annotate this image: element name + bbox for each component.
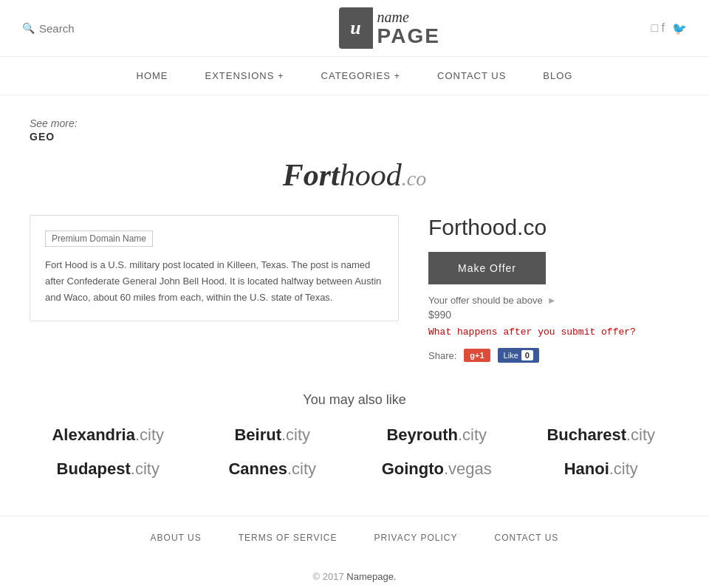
nav-home[interactable]: HOME <box>137 70 168 81</box>
see-more-section: See more: GEO <box>30 117 679 143</box>
list-item[interactable]: Beyrouth.city <box>358 425 516 445</box>
premium-badge: Premium Domain Name <box>45 230 153 247</box>
copyright-text: © 2017 <box>313 571 344 582</box>
footer-brand-link[interactable]: Namepage. <box>346 571 396 582</box>
logo-name: name <box>377 9 440 25</box>
nav-blog[interactable]: BLOG <box>543 70 572 81</box>
footer-terms[interactable]: TERMS OF SERVICE <box>239 533 338 543</box>
fb-like-label: Like <box>504 351 518 360</box>
social-links: □ f 🐦 <box>651 21 687 35</box>
arrow-icon: ► <box>547 295 557 306</box>
offer-amount: $990 <box>428 309 679 321</box>
domain-name: Cannes <box>228 459 287 478</box>
footer-contact[interactable]: CONTACT US <box>494 533 558 543</box>
domain-hood: hood <box>340 158 402 192</box>
left-panel: Premium Domain Name Fort Hood is a U.S. … <box>30 215 399 321</box>
make-offer-button[interactable]: Make Offer <box>428 252 546 284</box>
offer-link[interactable]: What happens after you submit offer? <box>428 327 679 338</box>
header: 🔍 u name PAGE □ f 🐦 <box>0 0 709 57</box>
logo-text: name PAGE <box>373 9 440 48</box>
domain-name: Bucharest <box>547 425 626 444</box>
list-item[interactable]: Goingto.vegas <box>358 459 516 479</box>
premium-box: Premium Domain Name Fort Hood is a U.S. … <box>30 215 399 321</box>
share-row: Share: g+1 Like 0 <box>428 348 679 363</box>
domain-tld: .city <box>458 425 487 444</box>
domain-fort: Fort <box>283 158 340 192</box>
domain-brand: Forthood.co <box>30 157 679 193</box>
domain-tld: .city <box>131 459 160 478</box>
domain-tld: .city <box>287 459 316 478</box>
fb-count: 0 <box>521 350 533 360</box>
premium-description: Fort Hood is a U.S. military post locate… <box>45 257 383 306</box>
domain-tld: .city <box>626 425 655 444</box>
also-like-section: You may also like Alexandria.city Beirut… <box>30 392 679 479</box>
domain-name: Alexandria <box>52 425 135 444</box>
search-area: 🔍 <box>22 22 128 35</box>
offer-hint: Your offer should be above ► <box>428 295 679 306</box>
domain-title: Forthood.co <box>428 215 679 240</box>
domain-tld: .co <box>402 167 426 190</box>
geo-link[interactable]: GEO <box>30 131 679 143</box>
facebook-icon[interactable]: □ f <box>651 21 665 35</box>
domain-name: Beirut <box>234 425 281 444</box>
list-item[interactable]: Bucharest.city <box>523 425 680 445</box>
nav-contact[interactable]: CONTACT US <box>437 70 506 81</box>
main-content: See more: GEO Forthood.co Premium Domain… <box>0 95 709 516</box>
list-item[interactable]: Beirut.city <box>194 425 352 445</box>
domain-tld: .city <box>135 425 164 444</box>
domain-brand-text: Forthood.co <box>283 157 426 192</box>
logo[interactable]: u name PAGE <box>339 7 440 49</box>
right-panel: Forthood.co Make Offer Your offer should… <box>428 215 679 363</box>
footer-copyright: © 2017 Namepage. <box>0 559 709 588</box>
also-like-title: You may also like <box>30 392 679 408</box>
domain-name: Hanoi <box>564 459 609 478</box>
facebook-like-button[interactable]: Like 0 <box>498 348 539 363</box>
main-nav: HOME EXTENSIONS + CATEGORIES + CONTACT U… <box>0 57 709 95</box>
footer-nav: ABOUT US TERMS OF SERVICE PRIVACY POLICY… <box>0 516 709 559</box>
google-plus-button[interactable]: g+1 <box>464 349 490 362</box>
content-area: Premium Domain Name Fort Hood is a U.S. … <box>30 215 679 363</box>
domains-grid: Alexandria.city Beirut.city Beyrouth.cit… <box>30 425 679 479</box>
domain-name: Budapest <box>57 459 131 478</box>
domain-name: Goingto <box>382 459 444 478</box>
nav-categories[interactable]: CATEGORIES + <box>321 70 400 81</box>
list-item[interactable]: Hanoi.city <box>523 459 680 479</box>
domain-tld: .city <box>609 459 638 478</box>
list-item[interactable]: Budapest.city <box>30 459 187 479</box>
footer-about[interactable]: ABOUT US <box>151 533 202 543</box>
domain-tld: .vegas <box>444 459 492 478</box>
twitter-icon[interactable]: 🐦 <box>672 21 687 35</box>
domain-name: Beyrouth <box>386 425 458 444</box>
share-label: Share: <box>428 350 456 361</box>
nav-extensions[interactable]: EXTENSIONS + <box>205 70 284 81</box>
offer-hint-text: Your offer should be above <box>428 295 543 306</box>
list-item[interactable]: Cannes.city <box>194 459 352 479</box>
list-item[interactable]: Alexandria.city <box>30 425 187 445</box>
see-more-label: See more: <box>30 117 78 129</box>
logo-page: PAGE <box>377 25 440 48</box>
search-icon: 🔍 <box>22 22 35 34</box>
domain-tld: .city <box>281 425 310 444</box>
logo-icon: u <box>339 7 373 49</box>
footer-privacy[interactable]: PRIVACY POLICY <box>374 533 458 543</box>
search-input[interactable] <box>39 22 128 35</box>
